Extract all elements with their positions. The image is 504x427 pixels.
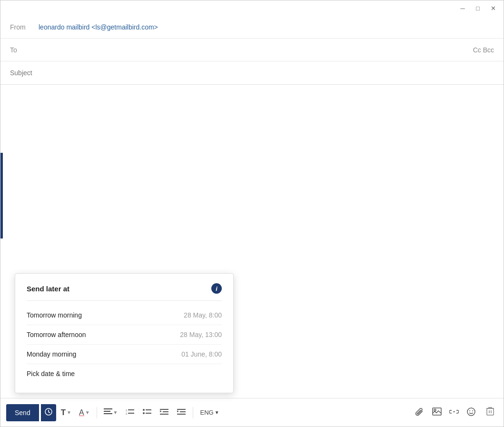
send-later-button[interactable]	[41, 404, 56, 421]
svg-point-19	[434, 409, 436, 411]
align-dropdown-arrow: ▼	[113, 410, 118, 415]
image-icon	[432, 407, 442, 417]
svg-text:1.: 1.	[126, 409, 128, 412]
clock-icon	[45, 408, 52, 417]
svg-rect-18	[433, 408, 441, 415]
svg-rect-14	[160, 414, 168, 415]
indent-icon	[177, 408, 186, 417]
unordered-list-button[interactable]	[139, 405, 155, 420]
svg-rect-2	[104, 411, 110, 412]
send-button[interactable]: Send	[6, 404, 39, 421]
email-header: From leonardo mailbird <ls@getmailbird.c…	[0, 16, 504, 85]
language-dropdown-arrow: ▼	[215, 410, 219, 415]
to-label: To	[10, 46, 39, 54]
maximize-button[interactable]: □	[471, 1, 484, 15]
option-label-pick-date: Pick date & time	[27, 370, 75, 377]
info-icon[interactable]: i	[211, 283, 222, 294]
svg-rect-13	[163, 411, 168, 412]
option-label-monday-morning: Monday morning	[27, 350, 76, 358]
link-icon	[449, 408, 459, 417]
outdent-icon	[160, 408, 168, 417]
ordered-list-icon: 1. 2.	[126, 408, 134, 417]
svg-point-8	[143, 409, 145, 411]
align-icon	[104, 408, 112, 417]
svg-rect-3	[104, 413, 112, 414]
svg-point-21	[469, 410, 470, 411]
svg-text:2.: 2.	[126, 412, 128, 415]
popup-header: Send later at i	[27, 283, 222, 301]
ordered-list-button[interactable]: 1. 2.	[122, 405, 138, 420]
to-row: To Cc Bcc	[0, 39, 504, 61]
align-button[interactable]: ▼	[101, 405, 121, 420]
send-later-option-pick-date[interactable]: Pick date & time	[27, 364, 222, 383]
popup-title: Send later at	[27, 285, 69, 293]
attach-icon	[415, 407, 424, 418]
font-color-button[interactable]: A ▼	[76, 405, 93, 420]
from-row: From leonardo mailbird <ls@getmailbird.c…	[0, 16, 504, 39]
font-dropdown-arrow: ▼	[67, 410, 71, 415]
send-later-option-monday-morning[interactable]: Monday morning 01 June, 8:00	[27, 345, 222, 364]
subject-input[interactable]	[10, 69, 494, 77]
send-later-option-tomorrow-morning[interactable]: Tomorrow morning 28 May, 8:00	[27, 306, 222, 325]
svg-rect-9	[146, 409, 151, 410]
svg-rect-23	[487, 408, 494, 415]
font-color-dropdown-arrow: ▼	[85, 410, 90, 415]
outdent-button[interactable]	[157, 405, 172, 420]
unordered-list-icon	[143, 408, 151, 417]
option-date-tomorrow-afternoon: 28 May, 13:00	[180, 331, 222, 338]
option-date-tomorrow-morning: 28 May, 8:00	[184, 311, 222, 319]
svg-rect-12	[160, 409, 168, 410]
emoji-button[interactable]	[464, 405, 479, 420]
svg-rect-5	[128, 409, 134, 410]
minimize-button[interactable]: ─	[456, 1, 469, 15]
emoji-icon	[467, 407, 475, 418]
delete-button[interactable]	[483, 405, 498, 420]
language-button[interactable]: ENG ▼	[197, 405, 222, 420]
option-date-monday-morning: 01 June, 8:00	[181, 350, 222, 358]
svg-rect-7	[128, 413, 134, 414]
image-button[interactable]	[429, 405, 445, 420]
cc-bcc-button[interactable]: Cc Bcc	[473, 46, 494, 54]
option-label-tomorrow-afternoon: Tomorrow afternoon	[27, 331, 86, 338]
toolbar-divider-1	[97, 407, 97, 418]
svg-rect-15	[177, 409, 186, 410]
font-icon: T	[61, 408, 66, 417]
font-color-icon: A	[79, 408, 84, 417]
svg-point-20	[467, 408, 475, 416]
svg-point-10	[143, 412, 145, 414]
toolbar-divider-2	[193, 407, 193, 418]
to-input[interactable]	[39, 46, 473, 54]
indent-button[interactable]	[174, 405, 189, 420]
bottom-toolbar: Send T ▼ A ▼ ▼	[0, 398, 504, 427]
title-bar: ─ □ ✕	[0, 0, 504, 16]
alignment-group: ▼	[101, 405, 121, 420]
svg-rect-11	[146, 413, 151, 414]
delete-icon	[486, 407, 494, 418]
from-email-link[interactable]: leonardo mailbird <ls@getmailbird.com>	[39, 23, 158, 31]
close-button[interactable]: ✕	[486, 1, 500, 15]
attach-button[interactable]	[412, 405, 427, 420]
from-label: From	[10, 23, 39, 31]
svg-point-22	[472, 410, 473, 411]
language-label: ENG	[200, 409, 213, 416]
send-later-popup: Send later at i Tomorrow morning 28 May,…	[15, 273, 234, 393]
svg-rect-17	[177, 414, 186, 415]
svg-rect-16	[180, 411, 186, 412]
send-later-option-tomorrow-afternoon[interactable]: Tomorrow afternoon 28 May, 13:00	[27, 325, 222, 345]
link-button[interactable]	[446, 405, 462, 420]
option-label-tomorrow-morning: Tomorrow morning	[27, 311, 82, 319]
svg-rect-1	[104, 408, 112, 409]
from-address: leonardo mailbird <ls@getmailbird.com>	[39, 23, 494, 31]
subject-row	[0, 61, 504, 84]
font-format-button[interactable]: T ▼	[58, 405, 74, 420]
